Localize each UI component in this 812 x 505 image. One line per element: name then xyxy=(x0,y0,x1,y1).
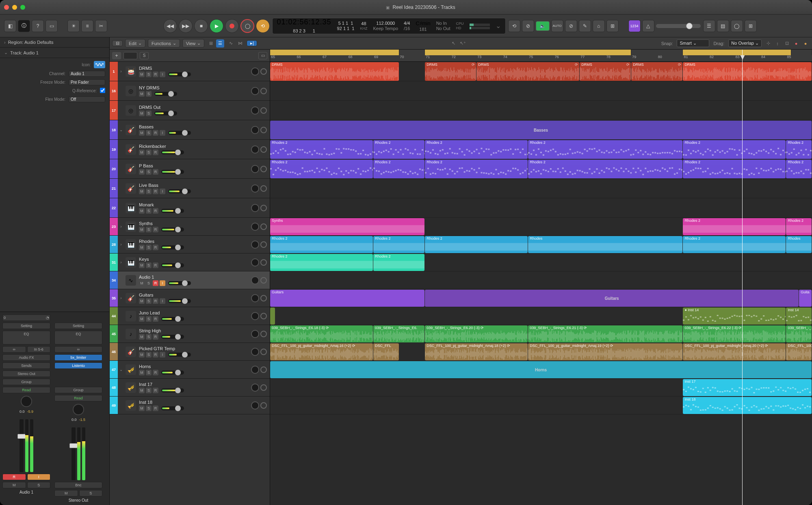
view-menu[interactable]: View ⌄ xyxy=(182,39,205,48)
track-icon[interactable]: 🎺 xyxy=(126,364,136,375)
track-number[interactable]: 23 xyxy=(110,218,118,235)
track-icon[interactable]: 🎹 xyxy=(126,239,136,250)
bar-number[interactable]: 72 xyxy=(452,55,456,59)
region[interactable]: Rhodes 2 xyxy=(786,218,812,235)
track-fader[interactable] xyxy=(168,299,191,303)
track-icon[interactable]: 🎸 xyxy=(126,293,136,303)
mixer-button[interactable]: ≡ xyxy=(81,20,93,32)
power-icon[interactable] xyxy=(260,295,267,301)
marker-segment[interactable] xyxy=(270,50,399,55)
zoom-fit-icon[interactable]: ⊡ xyxy=(783,39,791,48)
track-fader[interactable] xyxy=(161,317,184,321)
power-icon[interactable] xyxy=(260,402,267,409)
bar-number[interactable]: 68 xyxy=(349,55,353,59)
region[interactable]: Rhodes 2 xyxy=(683,218,786,235)
record-enable[interactable]: R xyxy=(2,474,26,480)
pan-knob[interactable] xyxy=(251,106,259,115)
track-m-button[interactable]: M xyxy=(139,189,145,194)
region[interactable]: Rhodes xyxy=(786,236,812,253)
track-fader[interactable] xyxy=(168,189,191,193)
power-icon[interactable] xyxy=(260,241,267,248)
track-s-button[interactable]: S xyxy=(146,352,152,358)
disclosure-icon[interactable] xyxy=(118,307,124,325)
track-m-button[interactable]: M xyxy=(139,352,145,358)
sync-button[interactable]: ⊞ xyxy=(606,20,619,32)
power-icon[interactable] xyxy=(260,259,267,266)
add-track-button[interactable]: + xyxy=(112,52,121,59)
track-header-row[interactable]: 34∿Audio 1MSRI xyxy=(110,271,270,289)
track-s-button[interactable]: S xyxy=(146,334,152,340)
power-icon[interactable] xyxy=(260,277,267,284)
track-number[interactable]: 19 xyxy=(110,140,118,159)
bar-number[interactable]: 73 xyxy=(477,55,481,59)
track-m-button[interactable]: M xyxy=(139,130,145,136)
track-name[interactable]: Juno Lead xyxy=(139,310,248,315)
play-button[interactable]: ▶ xyxy=(210,19,223,33)
volume-fader[interactable] xyxy=(19,419,24,472)
track-header-row[interactable]: 31›🎹KeysMSR xyxy=(110,254,270,271)
track-icon[interactable]: ◎ xyxy=(126,105,136,116)
eq-slot[interactable]: EQ xyxy=(2,331,50,345)
track-m-button[interactable]: M xyxy=(139,227,145,232)
mute-button[interactable]: M xyxy=(2,482,26,488)
region[interactable]: Horns xyxy=(270,361,812,378)
disclosure-icon[interactable]: ⌄ xyxy=(118,361,124,378)
bar-number[interactable]: 81 xyxy=(684,55,688,59)
quick-help-button[interactable]: ? xyxy=(32,20,44,32)
region[interactable]: Rhodes 2 xyxy=(270,254,373,271)
catch-playhead-button[interactable]: ▸| xyxy=(247,40,257,46)
track-header-row[interactable]: 1›🥁DRMSMSRI xyxy=(110,62,270,81)
track-icon[interactable]: 🎹 xyxy=(126,203,136,213)
region[interactable]: DRMS⟳ xyxy=(476,62,579,81)
track-r-button[interactable]: R xyxy=(153,370,158,375)
pan-knob[interactable] xyxy=(251,241,259,249)
track-m-button[interactable]: M xyxy=(139,245,145,250)
track-icon[interactable]: 🎺 xyxy=(126,382,136,393)
track-fader[interactable] xyxy=(168,72,191,76)
bar-number[interactable]: 71 xyxy=(426,55,430,59)
region[interactable]: Inst 14 xyxy=(786,308,812,325)
track-name[interactable]: Synths xyxy=(139,221,248,226)
pan-knob[interactable] xyxy=(251,184,259,193)
track-fader[interactable] xyxy=(154,111,177,115)
track-s-button[interactable]: S xyxy=(146,370,152,375)
region-header[interactable]: › Region: Audio Defaults xyxy=(0,37,109,48)
pan-knob[interactable] xyxy=(251,204,259,212)
power-icon[interactable] xyxy=(260,384,267,391)
track-name[interactable]: DRMS xyxy=(139,66,248,71)
key-signature[interactable]: C♯min xyxy=(416,20,430,26)
region[interactable]: Guita xyxy=(799,290,812,307)
pan-knob[interactable] xyxy=(251,366,259,374)
region[interactable]: Rhodes 2 xyxy=(683,140,786,159)
track-fader[interactable] xyxy=(161,263,184,267)
track-icon[interactable]: 🎹 xyxy=(126,221,136,232)
bar-number[interactable]: 80 xyxy=(658,55,662,59)
browser-button[interactable]: ⊞ xyxy=(745,20,757,32)
region[interactable]: DSC_FFL_100_pj_guitar_midnight_Amaj.16 (… xyxy=(270,343,373,360)
track-m-button[interactable]: M xyxy=(139,91,145,97)
region[interactable]: Rhodes 2 xyxy=(786,140,812,159)
q-reference-checkbox[interactable] xyxy=(100,88,105,93)
tuner-button[interactable]: ✎ xyxy=(579,20,591,32)
track-icon[interactable]: ◎ xyxy=(126,86,136,96)
inspector-button[interactable]: ⓘ xyxy=(18,20,30,32)
track-m-button[interactable]: M xyxy=(139,72,145,77)
track-header-row[interactable]: 45♪String HighMSR xyxy=(110,325,270,343)
replace-button[interactable]: ⟲ xyxy=(508,20,520,32)
bar-number[interactable]: 83 xyxy=(735,55,739,59)
track-lane[interactable] xyxy=(270,81,812,101)
region[interactable]: DRMS⟳ xyxy=(631,62,682,81)
track-s-button[interactable]: S xyxy=(146,111,152,116)
pan-knob[interactable] xyxy=(251,165,259,173)
track-header-row[interactable]: 48🎺Inst 17MSR xyxy=(110,379,270,397)
setting-slot[interactable]: Setting xyxy=(54,323,102,329)
track-fader[interactable] xyxy=(154,92,177,96)
track-header-row[interactable]: 47⌄🎺HornsMSR xyxy=(110,361,270,379)
flex-mode-field[interactable]: Off xyxy=(69,96,105,102)
region[interactable]: Rhodes 2 xyxy=(425,236,528,253)
track-r-button[interactable]: R xyxy=(153,262,158,268)
stereo-icon[interactable]: ∞ xyxy=(2,346,26,353)
region[interactable]: 039_SEBH_-_Strings_E6.21 (-3) ⟳ xyxy=(528,325,682,342)
track-s-button[interactable]: S xyxy=(146,245,152,250)
track-s-button[interactable]: S xyxy=(146,227,152,232)
